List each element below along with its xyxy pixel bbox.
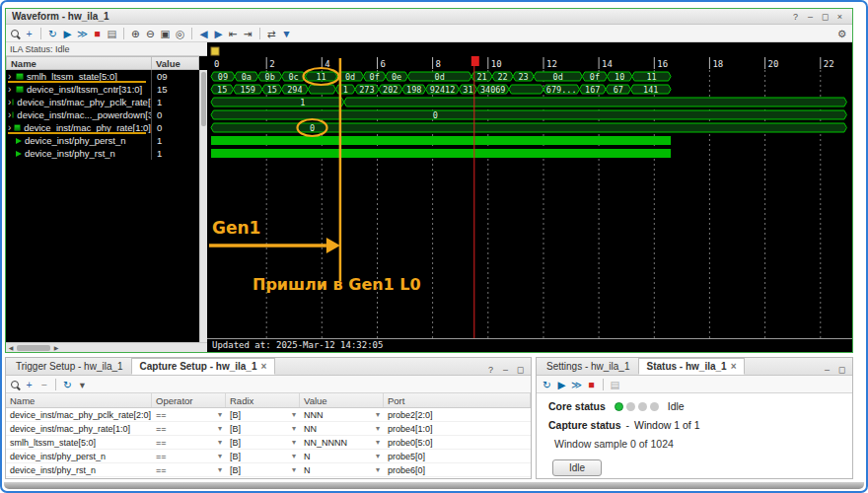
trigger-row[interactable]: device_inst/mac..._powerdown[3:0]==▾[B]▾… bbox=[6, 477, 531, 478]
signal-row[interactable]: ›device_inst/mac..._powerdown[3:0]0 bbox=[6, 108, 199, 121]
trigger-row[interactable]: device_inst/mac_phy_rate[1:0]==▾[B]▾NN▾p… bbox=[6, 422, 531, 436]
trigger-row[interactable]: device_inst/mac_phy_pclk_rate[2:0]==▾[B]… bbox=[6, 408, 531, 422]
dropdown-caret-icon[interactable]: ▾ bbox=[376, 410, 380, 419]
goto-start-icon[interactable]: ⇤ bbox=[227, 26, 240, 41]
operator-cell[interactable]: ==▾ bbox=[152, 463, 226, 476]
add-probe-icon[interactable]: + bbox=[23, 377, 36, 392]
dropdown-caret-icon[interactable]: ▾ bbox=[376, 424, 380, 433]
expand-chevron-icon[interactable]: › bbox=[8, 85, 15, 95]
waveform-titlebar[interactable]: Waveform - hw_ila_1 ? – ◻ × bbox=[6, 9, 852, 25]
value-cell[interactable]: N▾ bbox=[300, 450, 384, 462]
waveform-canvas[interactable]: 0246810121416182022090a0b0c110d0f0e0d212… bbox=[207, 42, 852, 352]
scrollbar-thumb[interactable] bbox=[201, 72, 206, 126]
minimize-icon[interactable]: – bbox=[804, 12, 817, 22]
run-trigger-icon[interactable]: ▶ bbox=[61, 26, 74, 41]
value-cell[interactable]: NNNN▾ bbox=[300, 477, 384, 478]
tab-status[interactable]: Status - hw_ila_1 × bbox=[638, 358, 746, 375]
add-icon[interactable]: + bbox=[23, 26, 36, 41]
value-cell[interactable]: N▾ bbox=[300, 463, 384, 476]
maximize-icon[interactable]: ◻ bbox=[514, 365, 527, 375]
dropdown-caret-icon[interactable]: ▾ bbox=[376, 438, 380, 447]
expand-chevron-icon[interactable]: › bbox=[8, 123, 13, 133]
dropdown-caret-icon[interactable]: ▾ bbox=[218, 438, 222, 447]
tab-trigger-setup[interactable]: Trigger Setup - hw_ila_1 bbox=[8, 358, 131, 375]
dropdown-caret-icon[interactable]: ▾ bbox=[376, 465, 380, 474]
trigger-row[interactable]: device_inst/phy_rst_n==▾[B]▾N▾probe6[0] bbox=[6, 463, 531, 477]
dropdown-caret-icon[interactable]: ▾ bbox=[292, 438, 296, 447]
stop-trigger-icon[interactable]: ■ bbox=[585, 377, 598, 392]
signal-row[interactable]: ›device_inst/ltssm_cntr[31:0]15 bbox=[6, 83, 199, 96]
column-header-radix[interactable]: Radix bbox=[226, 393, 300, 407]
maximize-icon[interactable]: ◻ bbox=[835, 365, 848, 375]
column-header-name[interactable]: Name bbox=[6, 393, 152, 407]
value-cell[interactable]: NN_NNNN▾ bbox=[300, 436, 384, 449]
run-immediate-icon[interactable]: ≫ bbox=[570, 377, 583, 392]
column-header-port[interactable]: Port bbox=[384, 393, 531, 407]
tab-settings[interactable]: Settings - hw_ila_1 bbox=[539, 358, 638, 375]
export-icon[interactable]: ▤ bbox=[106, 26, 118, 41]
trigger-row[interactable]: device_inst/phy_perst_n==▾[B]▾N▾probe5[0… bbox=[6, 450, 531, 463]
radix-cell[interactable]: [B]▾ bbox=[226, 422, 300, 435]
radix-cell[interactable]: [B]▾ bbox=[226, 408, 300, 421]
settings-gear-icon[interactable]: ⚙ bbox=[835, 26, 848, 41]
operator-cell[interactable]: ==▾ bbox=[152, 477, 226, 478]
float-icon[interactable]: – bbox=[499, 365, 512, 375]
help-icon[interactable]: ? bbox=[789, 12, 802, 22]
signal-row[interactable]: device_inst/phy_perst_n1 bbox=[6, 134, 199, 147]
scroll-right-icon[interactable]: ▶ bbox=[51, 344, 61, 351]
search-icon[interactable] bbox=[10, 28, 21, 39]
expand-chevron-icon[interactable]: › bbox=[8, 110, 11, 120]
dropdown-caret-icon[interactable]: ▾ bbox=[218, 410, 222, 419]
dropdown-caret-icon[interactable]: ▾ bbox=[218, 465, 222, 474]
zoom-out-icon[interactable]: ⊖ bbox=[144, 26, 157, 41]
scroll-left-icon[interactable]: ◀ bbox=[6, 344, 16, 351]
signal-row[interactable]: ›smlh_ltssm_state[5:0]09 bbox=[6, 70, 199, 83]
operator-cell[interactable]: ==▾ bbox=[152, 450, 226, 462]
auto-update-icon[interactable]: ↻ bbox=[61, 377, 74, 392]
signal-row[interactable]: ›device_inst/mac_phy_rate[1:0]0 bbox=[6, 121, 199, 134]
zoom-to-cursor-icon[interactable]: ◎ bbox=[174, 26, 186, 41]
radix-cell[interactable]: [B]▾ bbox=[226, 436, 300, 449]
value-cell[interactable]: NN▾ bbox=[300, 422, 384, 435]
scrollbar-thumb[interactable] bbox=[17, 345, 50, 351]
names-horizontal-scrollbar[interactable]: ◀ ▶ bbox=[6, 342, 207, 352]
radix-cell[interactable]: [B]▾ bbox=[226, 477, 300, 478]
value-column-header[interactable]: Value bbox=[152, 57, 198, 69]
stop-trigger-icon[interactable]: ■ bbox=[91, 26, 104, 41]
expand-chevron-icon[interactable]: › bbox=[8, 98, 11, 107]
dropdown-caret-icon[interactable]: ▾ bbox=[292, 452, 296, 460]
dropdown-caret-icon[interactable]: ▾ bbox=[292, 424, 296, 433]
tab-capture-setup[interactable]: Capture Setup - hw_ila_1 × bbox=[131, 358, 276, 375]
dropdown-caret-icon[interactable]: ▾ bbox=[292, 410, 296, 419]
next-marker-icon[interactable]: ▶ bbox=[212, 26, 225, 41]
names-vertical-scrollbar[interactable] bbox=[199, 70, 207, 342]
run-immediate-icon[interactable]: ≫ bbox=[76, 26, 89, 41]
run-trigger-icon[interactable]: ▶ bbox=[555, 377, 568, 392]
dropdown-caret-icon[interactable]: ▾ bbox=[292, 465, 296, 474]
signal-row[interactable]: ›device_inst/mac_phy_pclk_rate[2:0]1 bbox=[6, 96, 199, 108]
zoom-in-icon[interactable]: ⊕ bbox=[129, 26, 142, 41]
column-header-value[interactable]: Value bbox=[300, 393, 384, 407]
float-icon[interactable]: – bbox=[821, 365, 833, 375]
help-icon[interactable]: ? bbox=[484, 365, 497, 375]
name-column-header[interactable]: Name bbox=[7, 57, 152, 69]
swap-cursors-icon[interactable]: ⇄ bbox=[265, 26, 278, 41]
trigger-row[interactable]: smlh_ltssm_state[5:0]==▾[B]▾NN_NNNN▾prob… bbox=[6, 436, 531, 450]
zoom-fit-icon[interactable]: ▣ bbox=[159, 26, 172, 41]
run-loop-icon[interactable]: ↻ bbox=[46, 26, 59, 41]
search-icon[interactable] bbox=[10, 379, 21, 390]
close-tab-icon[interactable]: × bbox=[731, 361, 737, 372]
dropdown-caret-icon[interactable]: ▾ bbox=[218, 452, 222, 460]
signal-row[interactable]: device_inst/phy_rst_n1 bbox=[6, 147, 199, 160]
maximize-icon[interactable]: ◻ bbox=[819, 12, 832, 22]
column-header-operator[interactable]: Operator bbox=[152, 393, 226, 407]
capture-window-icon[interactable]: ▤ bbox=[609, 377, 621, 392]
expand-chevron-icon[interactable]: › bbox=[8, 72, 15, 82]
radix-cell[interactable]: [B]▾ bbox=[226, 463, 300, 476]
dropdown-caret-icon[interactable]: ▾ bbox=[76, 377, 89, 392]
dropdown-caret-icon[interactable]: ▾ bbox=[376, 452, 380, 460]
operator-cell[interactable]: ==▾ bbox=[152, 408, 226, 421]
previous-marker-icon[interactable]: ◀ bbox=[197, 26, 210, 41]
goto-end-icon[interactable]: ⇥ bbox=[242, 26, 254, 41]
close-icon[interactable]: × bbox=[833, 12, 846, 22]
